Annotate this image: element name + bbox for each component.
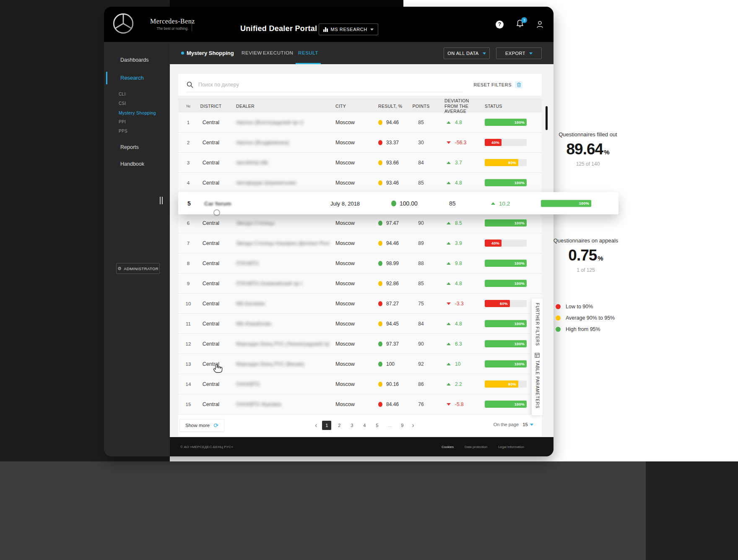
row-deviation: 6.3 [435, 341, 481, 347]
export-label: EXPORT [505, 51, 525, 56]
table-row[interactable]: 14 Central ПАНАВТО Moscow 90.16 86 2.2 8… [178, 374, 542, 394]
row-number: 1 [178, 120, 198, 125]
administrator-button[interactable]: ⚙ ADMINISTRATOR [116, 263, 160, 274]
row-result: 97.37 [373, 341, 407, 347]
status-bar-fill: 100% [485, 340, 527, 347]
footer-link-data-protection[interactable]: Data protection [465, 445, 487, 449]
row-points: 90 [407, 341, 435, 347]
deviation-arrow-icon [447, 302, 451, 305]
further-filters-tab[interactable]: FURTHER FILTERS [535, 303, 540, 346]
data-scope-dropdown[interactable]: ON ALL DATA [444, 47, 490, 59]
table-row[interactable]: 3 Central АвтоМАШ МБ Moscow 93.66 84 3.7… [178, 152, 542, 172]
sidebar-item-csi[interactable]: CSI [119, 101, 126, 106]
page-button-5[interactable]: 5 [372, 421, 382, 430]
col-status: STATUS [481, 104, 542, 109]
table-row[interactable]: 13 Central Мерседес-Бенц РУС (Вешки) Mos… [178, 354, 542, 374]
sidebar-item-research[interactable]: Research [120, 75, 144, 81]
highlighted-table-row[interactable]: 5 Car forum July 8, 2018 100.00 85 10.2 … [178, 192, 618, 214]
col-points: POINTS [407, 104, 435, 109]
search-field[interactable] [187, 77, 463, 92]
sidebar-collapse-handle[interactable] [160, 197, 163, 204]
user-icon[interactable] [536, 21, 543, 29]
show-more-button[interactable]: Show more ⟳ [179, 419, 224, 432]
row-dealer: ПАНАВТО Жуковка [223, 401, 329, 407]
page-button-4[interactable]: 4 [360, 421, 369, 430]
per-page-select[interactable]: 15 [522, 422, 533, 427]
table-row[interactable]: 12 Central Мерседес-Бенц РУС (Ленинградс… [178, 333, 542, 354]
sidebar-item-dashboards[interactable]: Dashboards [120, 57, 148, 63]
subheader: Mystery Shopping REVIEW EXECUTION RESULT… [170, 42, 554, 64]
status-bar-track: 80% [485, 380, 527, 388]
kpi-questionnaires-filled: Questionnaires filled out 89.64 % 125 of… [554, 131, 621, 167]
prev-page-icon[interactable]: ‹ [313, 421, 319, 430]
table-row[interactable]: 9 Central ЛУКАВТО Олимпийский пр-т Mosco… [178, 273, 542, 293]
table-row[interactable]: 4 Central Автофорум Шереметьево Moscow 9… [178, 172, 542, 193]
next-page-icon[interactable]: › [410, 421, 416, 430]
table-row[interactable]: 6 Central Звезда Столицы Moscow 97.47 90… [178, 213, 542, 233]
row-number: 2 [178, 140, 198, 145]
col-number: № [178, 104, 198, 108]
sidebar-item-pps[interactable]: PPS [119, 129, 127, 133]
tab-result[interactable]: RESULT [298, 50, 318, 55]
deviation-arrow-icon [447, 343, 451, 345]
table-row[interactable]: 7 Central Звезда Столицы Каширка (филиал… [178, 233, 542, 253]
row-city: Moscow [329, 240, 373, 246]
row-district: Central [198, 220, 223, 226]
sidebar-item-handbook[interactable]: Handbook [120, 161, 144, 167]
help-icon[interactable]: ? [496, 21, 504, 29]
tab-review[interactable]: REVIEW [242, 50, 262, 55]
page-button-1[interactable]: 1 [322, 421, 331, 430]
table-parameters-tab[interactable]: TABLE PARAMETERS [535, 360, 540, 409]
trash-icon [515, 81, 522, 89]
deviation-arrow-icon [447, 161, 451, 164]
row-points: 84 [407, 160, 435, 166]
reset-filters-button[interactable]: RESET FILTERS [474, 79, 522, 90]
row-dealer: МБ-Беляево [223, 301, 329, 307]
row-deviation: 4.8 [435, 321, 481, 327]
sidebar-item-ppi[interactable]: PPI [119, 120, 126, 124]
page-button-2[interactable]: 2 [335, 421, 344, 430]
deviation-arrow-icon [447, 141, 451, 144]
row-city: Moscow [329, 381, 373, 387]
sidebar-item-mystery-shopping[interactable]: Mystery Shopping [119, 110, 156, 115]
scrollbar-thumb[interactable] [546, 106, 548, 130]
result-level-dot [378, 301, 382, 306]
footer-link-legal[interactable]: Legal Information [498, 445, 524, 449]
table-row[interactable]: 8 Central ЛУКАВТО Moscow 98.99 88 9.8 10… [178, 253, 542, 273]
status-bar-track: 100% [485, 340, 527, 347]
table-row[interactable]: 11 Central МБ-Измайлово Moscow 94.45 84 … [178, 313, 542, 333]
footer-link-cookies[interactable]: Cookies [442, 445, 454, 449]
row-points: 89 [407, 240, 435, 246]
page-title: Unified Dealer Portal [240, 24, 317, 33]
notifications-button[interactable]: 3 [516, 19, 524, 29]
tab-execution[interactable]: EXECUTION [263, 50, 294, 55]
row-city: Moscow [329, 321, 373, 327]
workspace-selector[interactable]: MS RESEARCH [319, 23, 378, 35]
row-number: 13 [178, 362, 198, 367]
page-button-3[interactable]: 3 [347, 421, 356, 430]
row-deviation: -56.3 [435, 140, 481, 146]
table-row[interactable]: 1 Central Авилон (Волгоградский пр-т) Mo… [178, 112, 542, 132]
chevron-down-icon [483, 52, 486, 55]
row-dealer: Car forum [204, 200, 231, 206]
page-button-9[interactable]: 9 [398, 421, 407, 430]
sidebar-item-reports[interactable]: Reports [120, 144, 139, 150]
result-value: 92.86 [386, 281, 399, 287]
deviation-arrow-icon [447, 403, 451, 406]
refresh-icon: ⟳ [213, 422, 218, 428]
table-row[interactable]: 2 Central Авилон (Воздвиженка) Moscow 33… [178, 132, 542, 152]
hand-cursor-icon [213, 362, 223, 373]
table-row[interactable]: 15 Central ПАНАВТО Жуковка Moscow 84.46 … [178, 394, 542, 414]
export-dropdown[interactable]: EXPORT [496, 47, 542, 59]
row-result: 98.99 [373, 260, 407, 266]
row-points: 85 [407, 281, 435, 287]
table-row[interactable]: 10 Central МБ-Беляево Moscow 87.27 75 -3… [178, 293, 542, 313]
result-level-dot [378, 402, 382, 407]
row-city: Moscow [329, 140, 373, 146]
search-input[interactable] [198, 82, 463, 88]
status-bar-fill: 100% [485, 360, 527, 367]
row-number: 10 [178, 301, 198, 306]
row-deviation: 4.8 [435, 120, 481, 125]
sidebar-item-cli[interactable]: CLI [119, 92, 125, 96]
row-points: 30 [407, 140, 435, 146]
